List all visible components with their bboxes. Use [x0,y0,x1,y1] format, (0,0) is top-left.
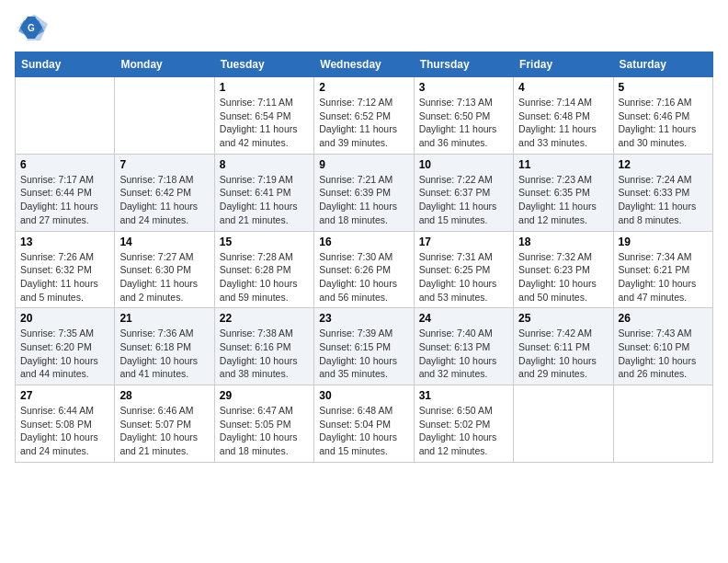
day-number: 13 [20,236,109,248]
day-number: 21 [119,312,209,325]
day-number: 4 [518,81,608,94]
day-number: 12 [619,158,708,171]
day-number: 23 [319,312,408,325]
day-info: Sunrise: 7:36 AM Sunset: 6:18 PM Dayligh… [119,327,209,381]
day-info: Sunrise: 7:43 AM Sunset: 6:10 PM Dayligh… [619,327,708,381]
day-number: 30 [319,389,408,402]
day-number: 1 [220,81,309,94]
day-number: 10 [419,158,508,171]
calendar-cell: 16Sunrise: 7:30 AM Sunset: 6:26 PM Dayli… [314,231,414,308]
logo-icon: G [15,15,48,40]
day-number: 18 [518,236,608,248]
calendar-cell: 21Sunrise: 7:36 AM Sunset: 6:18 PM Dayli… [115,308,214,385]
day-info: Sunrise: 7:16 AM Sunset: 6:46 PM Dayligh… [619,96,708,150]
day-info: Sunrise: 7:26 AM Sunset: 6:32 PM Dayligh… [20,250,109,304]
day-info: Sunrise: 6:48 AM Sunset: 5:04 PM Dayligh… [319,404,408,458]
day-info: Sunrise: 7:11 AM Sunset: 6:54 PM Dayligh… [220,96,309,150]
calendar-cell: 27Sunrise: 6:44 AM Sunset: 5:08 PM Dayli… [16,385,115,463]
day-info: Sunrise: 7:27 AM Sunset: 6:30 PM Dayligh… [119,250,209,304]
day-number: 16 [319,236,408,248]
calendar-cell: 4Sunrise: 7:14 AM Sunset: 6:48 PM Daylig… [514,77,613,155]
day-info: Sunrise: 7:34 AM Sunset: 6:21 PM Dayligh… [619,250,708,304]
calendar-cell: 18Sunrise: 7:32 AM Sunset: 6:23 PM Dayli… [514,231,613,308]
weekday-header-thursday: Thursday [414,52,513,77]
calendar-cell: 3Sunrise: 7:13 AM Sunset: 6:50 PM Daylig… [414,77,513,155]
day-info: Sunrise: 7:28 AM Sunset: 6:28 PM Dayligh… [220,250,309,304]
calendar-cell: 29Sunrise: 6:47 AM Sunset: 5:05 PM Dayli… [214,385,313,463]
calendar-cell: 15Sunrise: 7:28 AM Sunset: 6:28 PM Dayli… [214,231,313,308]
calendar-cell: 10Sunrise: 7:22 AM Sunset: 6:37 PM Dayli… [414,154,513,231]
svg-text:G: G [28,23,35,33]
weekday-header-friday: Friday [514,52,613,77]
day-info: Sunrise: 7:14 AM Sunset: 6:48 PM Dayligh… [518,96,608,150]
calendar-cell: 9Sunrise: 7:21 AM Sunset: 6:39 PM Daylig… [314,154,414,231]
calendar-cell: 20Sunrise: 7:35 AM Sunset: 6:20 PM Dayli… [16,308,115,385]
calendar-cell [16,77,115,155]
day-info: Sunrise: 7:17 AM Sunset: 6:44 PM Dayligh… [20,173,109,227]
calendar-cell [115,77,214,155]
calendar-week-2: 6Sunrise: 7:17 AM Sunset: 6:44 PM Daylig… [16,154,713,231]
logo: G [15,15,51,40]
calendar-cell: 6Sunrise: 7:17 AM Sunset: 6:44 PM Daylig… [16,154,115,231]
day-number: 24 [419,312,508,325]
day-info: Sunrise: 7:13 AM Sunset: 6:50 PM Dayligh… [419,96,508,150]
calendar-week-5: 27Sunrise: 6:44 AM Sunset: 5:08 PM Dayli… [16,385,713,463]
calendar-cell: 7Sunrise: 7:18 AM Sunset: 6:42 PM Daylig… [115,154,214,231]
day-number: 20 [20,312,109,325]
calendar-cell: 25Sunrise: 7:42 AM Sunset: 6:11 PM Dayli… [514,308,613,385]
calendar-cell: 23Sunrise: 7:39 AM Sunset: 6:15 PM Dayli… [314,308,414,385]
day-info: Sunrise: 7:21 AM Sunset: 6:39 PM Dayligh… [319,173,408,227]
calendar-cell: 19Sunrise: 7:34 AM Sunset: 6:21 PM Dayli… [613,231,712,308]
day-number: 6 [20,158,109,171]
day-info: Sunrise: 6:46 AM Sunset: 5:07 PM Dayligh… [119,404,209,458]
day-number: 8 [220,158,309,171]
calendar-cell: 5Sunrise: 7:16 AM Sunset: 6:46 PM Daylig… [613,77,712,155]
day-number: 5 [619,81,708,94]
weekday-header-tuesday: Tuesday [214,52,313,77]
calendar-table: SundayMondayTuesdayWednesdayThursdayFrid… [15,52,713,463]
calendar-cell: 12Sunrise: 7:24 AM Sunset: 6:33 PM Dayli… [613,154,712,231]
calendar-cell: 28Sunrise: 6:46 AM Sunset: 5:07 PM Dayli… [115,385,214,463]
calendar-cell: 31Sunrise: 6:50 AM Sunset: 5:02 PM Dayli… [414,385,513,463]
calendar-cell: 17Sunrise: 7:31 AM Sunset: 6:25 PM Dayli… [414,231,513,308]
day-info: Sunrise: 7:35 AM Sunset: 6:20 PM Dayligh… [20,327,109,381]
day-info: Sunrise: 6:47 AM Sunset: 5:05 PM Dayligh… [220,404,309,458]
calendar-week-4: 20Sunrise: 7:35 AM Sunset: 6:20 PM Dayli… [16,308,713,385]
calendar-cell [514,385,613,463]
calendar-cell: 8Sunrise: 7:19 AM Sunset: 6:41 PM Daylig… [214,154,313,231]
day-number: 3 [419,81,508,94]
day-number: 22 [220,312,309,325]
day-info: Sunrise: 7:19 AM Sunset: 6:41 PM Dayligh… [220,173,309,227]
day-number: 9 [319,158,408,171]
calendar-cell: 14Sunrise: 7:27 AM Sunset: 6:30 PM Dayli… [115,231,214,308]
day-info: Sunrise: 7:12 AM Sunset: 6:52 PM Dayligh… [319,96,408,150]
day-number: 26 [619,312,708,325]
day-info: Sunrise: 7:30 AM Sunset: 6:26 PM Dayligh… [319,250,408,304]
day-number: 29 [220,389,309,402]
calendar-cell: 22Sunrise: 7:38 AM Sunset: 6:16 PM Dayli… [214,308,313,385]
day-info: Sunrise: 7:18 AM Sunset: 6:42 PM Dayligh… [119,173,209,227]
day-info: Sunrise: 7:31 AM Sunset: 6:25 PM Dayligh… [419,250,508,304]
day-number: 11 [518,158,608,171]
day-info: Sunrise: 7:40 AM Sunset: 6:13 PM Dayligh… [419,327,508,381]
day-info: Sunrise: 6:50 AM Sunset: 5:02 PM Dayligh… [419,404,508,458]
day-info: Sunrise: 7:22 AM Sunset: 6:37 PM Dayligh… [419,173,508,227]
weekday-header-sunday: Sunday [16,52,115,77]
day-number: 7 [119,158,209,171]
day-number: 31 [419,389,508,402]
day-info: Sunrise: 7:39 AM Sunset: 6:15 PM Dayligh… [319,327,408,381]
day-number: 28 [119,389,209,402]
day-number: 15 [220,236,309,248]
weekday-header-saturday: Saturday [613,52,712,77]
calendar-cell: 11Sunrise: 7:23 AM Sunset: 6:35 PM Dayli… [514,154,613,231]
day-info: Sunrise: 7:32 AM Sunset: 6:23 PM Dayligh… [518,250,608,304]
day-info: Sunrise: 7:24 AM Sunset: 6:33 PM Dayligh… [619,173,708,227]
calendar-cell: 24Sunrise: 7:40 AM Sunset: 6:13 PM Dayli… [414,308,513,385]
page-header: G [15,15,713,40]
calendar-cell: 30Sunrise: 6:48 AM Sunset: 5:04 PM Dayli… [314,385,414,463]
weekday-header-monday: Monday [115,52,214,77]
day-number: 2 [319,81,408,94]
calendar-cell: 1Sunrise: 7:11 AM Sunset: 6:54 PM Daylig… [214,77,313,155]
day-number: 25 [518,312,608,325]
calendar-week-3: 13Sunrise: 7:26 AM Sunset: 6:32 PM Dayli… [16,231,713,308]
